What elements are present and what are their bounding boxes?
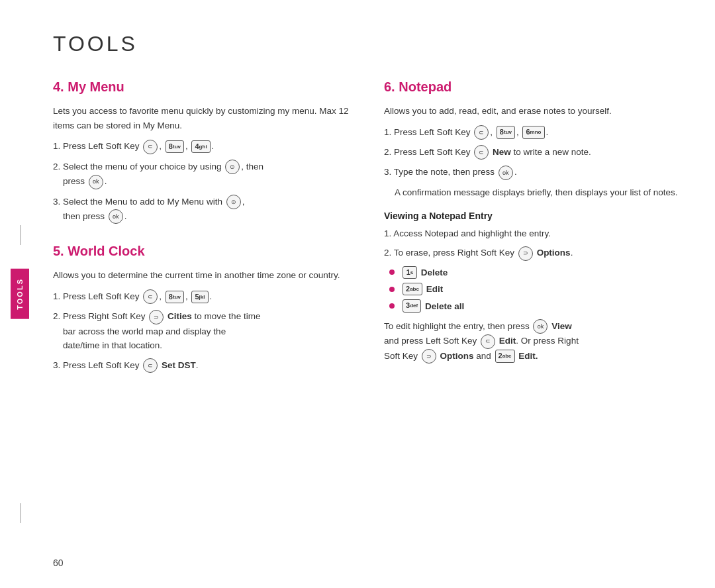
section5-title: 5. World Clock <box>53 244 358 259</box>
nav-key2: ⊙ <box>226 195 241 209</box>
delete-all-label: Delete all <box>425 301 464 311</box>
ok-key2: ok <box>109 209 123 224</box>
key-2abc2: 2abc <box>495 350 515 362</box>
bullet-edit: 2abc Edit <box>384 283 689 295</box>
left-column: 4. My Menu Lets you access to favorite m… <box>53 79 358 378</box>
viewing-step2: 2. To erase, press Right Soft Key ⊃ Opti… <box>384 246 689 260</box>
cities-label: Cities <box>167 311 192 321</box>
key-3def: 3def <box>403 299 421 312</box>
step-text: 3. Select the Menu to add to My Menu wit… <box>53 195 244 224</box>
bullet-dot <box>389 270 395 275</box>
step-text: 2. To erase, press Right Soft Key ⊃ Opti… <box>384 246 573 260</box>
section5-description: Allows you to determine the current time… <box>53 268 358 283</box>
footer-paragraph: To edit highlight the entry, then press … <box>384 319 689 364</box>
key-5jkl: 5jkl <box>191 291 208 303</box>
section-world-clock: 5. World Clock Allows you to determine t… <box>53 244 358 373</box>
section4-step3: 3. Select the Menu to add to My Menu wit… <box>53 195 358 224</box>
left-soft-key4: ⊂ <box>474 125 489 140</box>
section5-step1: 1. Press Left Soft Key ⊂, 8tuv, 5jkl. <box>53 289 358 304</box>
section4-title: 4. My Menu <box>53 79 358 95</box>
section6-step2: 2. Press Left Soft Key ⊂ New to write a … <box>384 145 689 160</box>
bullet-delete: 1s Delete <box>384 266 689 279</box>
key-8tuv: 8tuv <box>166 140 184 153</box>
ok-key4: ok <box>533 319 548 334</box>
left-soft-key2: ⊂ <box>143 289 158 304</box>
section4-description: Lets you access to favorite menu quickly… <box>53 104 358 132</box>
key-8tuv2: 8tuv <box>166 291 184 303</box>
step-text: 2. Select the menu of your choice by usi… <box>53 160 263 189</box>
section4-step1: 1. Press Left Soft Key ⊂, 8tuv, 4ghi. <box>53 139 358 154</box>
section4-step2: 2. Select the menu of your choice by usi… <box>53 160 358 189</box>
confirmation-text: A confirmation message displays briefly,… <box>384 185 689 200</box>
content-area: 4. My Menu Lets you access to favorite m… <box>53 79 689 378</box>
section6-description: Allows you to add, read, edit, and erase… <box>384 104 689 119</box>
page-title: TOOLS <box>53 32 138 56</box>
left-soft-key3: ⊂ <box>143 358 158 373</box>
sidebar-line-bottom <box>20 503 21 523</box>
nav-key: ⊙ <box>225 160 240 174</box>
section6-title: 6. Notepad <box>384 79 689 95</box>
step-text: 2. Press Right Soft Key ⊃ Cities to move… <box>53 309 260 353</box>
set-dst-label: Set DST <box>162 360 196 370</box>
bullet-dot3 <box>389 303 395 309</box>
step-text: 1. Press Left Soft Key ⊂, 8tuv, 5jkl. <box>53 289 212 304</box>
viewing-title: Viewing a Notepad Entry <box>384 211 689 221</box>
sidebar-label: TOOLS <box>11 269 29 319</box>
bullet-dot2 <box>389 287 395 292</box>
right-soft-key2: ⊃ <box>518 246 533 261</box>
step-text: 2. Press Left Soft Key ⊂ New to write a … <box>384 145 591 160</box>
ok-key: ok <box>89 175 103 189</box>
left-soft-key: ⊂ <box>143 140 158 154</box>
section6-step3: 3. Type the note, then press ok. <box>384 165 689 179</box>
new-label: New <box>493 147 511 157</box>
section6-step1: 1. Press Left Soft Key ⊂, 8tuv, 6mno. <box>384 125 689 140</box>
right-column: 6. Notepad Allows you to add, read, edit… <box>384 79 689 378</box>
delete-label: Delete <box>421 268 448 277</box>
section5-step2: 2. Press Right Soft Key ⊃ Cities to move… <box>53 309 358 353</box>
key-1s: 1s <box>403 266 417 279</box>
sidebar-line-top <box>20 225 21 245</box>
viewing-step1: 1. Access Notepad and highlight the entr… <box>384 226 689 241</box>
page-number: 60 <box>53 558 64 568</box>
edit-label2: Edit <box>499 336 516 346</box>
right-soft-key: ⊃ <box>149 310 164 324</box>
step-text: 3. Press Left Soft Key ⊂ Set DST. <box>53 358 199 373</box>
section-notepad: 6. Notepad Allows you to add, read, edit… <box>384 79 689 364</box>
step-text: 1. Access Notepad and highlight the entr… <box>384 226 551 241</box>
key-8tuv3: 8tuv <box>497 126 515 138</box>
ok-key3: ok <box>499 166 513 180</box>
section5-step3: 3. Press Left Soft Key ⊂ Set DST. <box>53 358 358 373</box>
view-label: View <box>551 321 572 331</box>
options-label2: Options <box>440 351 474 361</box>
step-text: 1. Press Left Soft Key ⊂, 8tuv, 6mno. <box>384 125 548 140</box>
options-label: Options <box>537 248 571 258</box>
left-soft-key5: ⊂ <box>474 145 489 160</box>
right-soft-key3: ⊃ <box>422 349 436 364</box>
bullet-delete-all: 3def Delete all <box>384 299 689 312</box>
section-my-menu: 4. My Menu Lets you access to favorite m… <box>53 79 358 224</box>
left-soft-key6: ⊂ <box>481 334 495 349</box>
edit-label3: Edit. <box>518 351 538 361</box>
key-4ghi: 4ghi <box>191 140 210 153</box>
footer-text: To edit highlight the entry, then press … <box>384 321 579 361</box>
key-2abc: 2abc <box>403 283 422 295</box>
step-text: 3. Type the note, then press ok. <box>384 165 517 179</box>
step-text: 1. Press Left Soft Key ⊂, 8tuv, 4ghi. <box>53 139 214 154</box>
key-6mno: 6mno <box>522 126 544 138</box>
sidebar: TOOLS <box>0 0 40 588</box>
edit-label: Edit <box>426 284 444 294</box>
